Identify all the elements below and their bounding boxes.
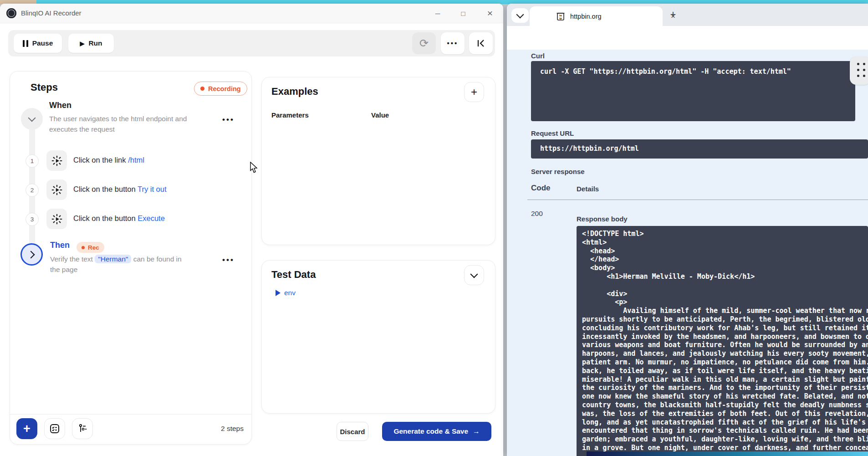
verify-text-chip[interactable]: "Herman" [95, 255, 131, 263]
test-data-collapse-button[interactable] [464, 265, 484, 285]
test-data-panel: Test Data env [261, 260, 495, 414]
value-column-header: Value [371, 111, 389, 119]
browser-tab[interactable]: ht tp httpbin.org × [530, 6, 663, 26]
arrow-right-icon: → [473, 427, 480, 436]
handle-dot [863, 63, 865, 65]
step-target-link[interactable]: Execute [138, 214, 165, 222]
add-example-button[interactable]: + [464, 82, 484, 102]
env-tree-item[interactable]: env [276, 289, 296, 297]
discard-label: Discard [340, 428, 365, 436]
maximize-button[interactable]: □ [456, 6, 470, 20]
pause-label: Pause [32, 39, 53, 47]
examples-title: Examples [271, 86, 318, 97]
test-data-title: Test Data [271, 269, 316, 281]
chevron-down-icon [516, 11, 524, 19]
step-number: 3 [26, 213, 39, 226]
run-button[interactable]: ▶ Run [68, 34, 114, 53]
click-action-icon [46, 179, 67, 200]
step-text: Click on the link [73, 156, 128, 164]
svg-text:ht: ht [559, 14, 562, 17]
run-label: Run [88, 39, 102, 47]
drag-handle[interactable] [850, 56, 868, 85]
steps-panel-title: Steps [31, 82, 58, 93]
generate-label: Generate code & Save [393, 427, 468, 436]
browser-window: ht tp httpbin.org × + ← → ↻ httpbin.org/… [507, 4, 868, 456]
httpbin-favicon: ht tp [556, 11, 566, 21]
curl-code-block[interactable]: curl -X GET "https://httpbin.org/html" -… [531, 61, 855, 121]
collapse-icon [476, 39, 485, 48]
chevron-down-icon [28, 114, 36, 122]
run-icon: ▶ [80, 40, 84, 47]
step-number: 1 [26, 154, 39, 168]
bottom-gradient-strip [587, 451, 868, 456]
timeline-icon [77, 423, 88, 434]
then-expand-toggle[interactable] [20, 243, 43, 266]
recorder-titlebar: BlinqIO AI Recorder ─ □ × [0, 4, 503, 23]
close-button[interactable]: × [483, 6, 497, 20]
steps-count: 2 steps [221, 425, 244, 433]
when-menu-button[interactable]: ••• [222, 115, 235, 124]
response-body-label: Response body [577, 215, 628, 223]
expand-arrow-icon [276, 290, 281, 296]
generate-code-save-button[interactable]: Generate code & Save → [382, 422, 491, 441]
examples-panel: Examples + Parameters Value [261, 77, 495, 245]
timeline-view-button[interactable] [72, 418, 93, 439]
then-text-before: Verify the text [50, 255, 95, 263]
recording-badge: Recording [194, 82, 247, 96]
recording-dot-icon [200, 87, 204, 91]
status-code: 200 [531, 210, 543, 218]
chevron-down-icon [470, 271, 478, 278]
step-text: Click on the button [73, 185, 138, 193]
request-url-text: https://httpbin.org/html [540, 144, 639, 153]
handle-dot [857, 63, 859, 65]
steps-panel: Steps Recording When The user navigates … [10, 71, 252, 445]
add-step-button[interactable]: + [16, 418, 37, 439]
chevron-right-icon [27, 251, 35, 258]
code-column-header: Code [531, 184, 551, 193]
handle-dot [857, 75, 859, 77]
request-url-label: Request URL [531, 129, 574, 137]
step-row[interactable]: Click on the button Try it out [73, 185, 167, 194]
collapse-panel-button[interactable] [469, 32, 493, 54]
env-label: env [284, 289, 296, 297]
recorder-toolbar: Pause ▶ Run ⟳ ••• [8, 30, 495, 56]
svg-text:tp: tp [559, 17, 562, 20]
tab-search-button[interactable] [511, 8, 529, 23]
handle-dot [857, 69, 859, 71]
rec-badge-label: Rec [88, 244, 99, 251]
step-target-link[interactable]: Try it out [138, 185, 167, 193]
plus-icon: + [471, 86, 477, 98]
new-tab-button[interactable]: + [667, 9, 679, 20]
step-number: 2 [26, 184, 39, 197]
discard-button[interactable]: Discard [337, 422, 368, 441]
pause-icon [23, 40, 28, 47]
steps-footer-divider [10, 414, 251, 415]
then-description: Verify the text "Herman" can be found in… [50, 254, 192, 275]
curl-command-text: curl -X GET "https://httpbin.org/html" -… [540, 67, 791, 76]
browser-tabstrip: ht tp httpbin.org × + [507, 4, 868, 26]
minimize-button[interactable]: ─ [431, 6, 444, 20]
click-action-icon [46, 209, 67, 229]
checklist-icon [49, 423, 60, 434]
when-collapse-toggle[interactable] [21, 108, 43, 130]
rec-badge: Rec [77, 242, 104, 253]
rec-dot-icon [82, 246, 85, 249]
pause-button[interactable]: Pause [14, 34, 62, 53]
step-row[interactable]: Click on the link /html [73, 156, 144, 164]
response-body-block[interactable]: <!DOCTYPE html> <html> <head> </head> <b… [577, 226, 868, 456]
parameters-column-header: Parameters [271, 111, 309, 119]
tab-title: httpbin.org [570, 13, 602, 20]
step-target-link[interactable]: /html [128, 156, 144, 164]
then-menu-button[interactable]: ••• [222, 256, 235, 265]
refresh-icon: ⟳ [419, 37, 429, 50]
more-options-button[interactable]: ••• [441, 32, 465, 54]
recording-badge-label: Recording [208, 85, 241, 92]
step-row[interactable]: Click on the button Execute [73, 214, 165, 223]
handle-dot [863, 69, 865, 71]
response-body-text: <!DOCTYPE html> <html> <head> </head> <b… [577, 226, 868, 452]
server-response-label: Server response [531, 168, 585, 175]
details-column-header: Details [577, 185, 599, 193]
refresh-button[interactable]: ⟳ [412, 32, 436, 54]
mouse-cursor [250, 162, 260, 173]
checklist-view-button[interactable] [44, 418, 65, 439]
